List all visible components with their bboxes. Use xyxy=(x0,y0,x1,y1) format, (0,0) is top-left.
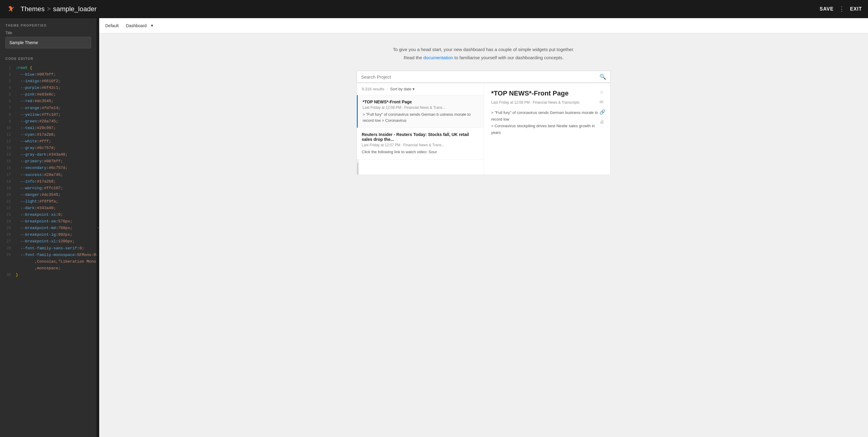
code-line: 7 --orange:#fd7e14; xyxy=(0,105,96,111)
code-line: 10 --teal:#20c997; xyxy=(0,125,96,131)
code-line: 22 --dark:#343a40; xyxy=(0,205,96,211)
search-input[interactable] xyxy=(361,74,599,79)
code-line: 5 --pink:#e83e8c; xyxy=(0,91,96,98)
save-button[interactable]: SAVE xyxy=(819,6,834,12)
tab-default[interactable]: Default xyxy=(105,22,119,29)
detail-actions: ☆ ✉ 🔗 🖨 xyxy=(599,89,606,125)
code-line: 8 --yellow:#ffc107; xyxy=(0,111,96,118)
breadcrumb-root[interactable]: Themes xyxy=(21,5,44,13)
code-editor[interactable]: 1:root {2 --blue:#007bff;3 --indigo:#661… xyxy=(0,62,96,437)
code-line: 11 --cyan:#17a2b8; xyxy=(0,131,96,138)
result1-title: *TOP NEWS*-Front Page xyxy=(363,99,479,104)
code-line: 4 --purple:#6f42c1; xyxy=(0,85,96,91)
result1-excerpt: > "Full fury" of coronavirus sends Germa… xyxy=(363,111,479,123)
code-line: 27 --breakpoint-xl:1200px; xyxy=(0,238,96,245)
topbar-left: Themes > sample_loader xyxy=(6,4,96,14)
code-line: 19 --warning:#ffc107; xyxy=(0,185,96,192)
topbar-right: SAVE ⋮ EXIT xyxy=(819,5,862,13)
code-line: 13 --gray:#6c757d; xyxy=(0,145,96,152)
code-line: 15 --primary:#007bff; xyxy=(0,158,96,165)
star-icon[interactable]: ☆ xyxy=(599,89,606,95)
title-input[interactable] xyxy=(5,37,91,48)
code-line: 14 --gray-dark:#343a40; xyxy=(0,152,96,158)
code-line: 17 --success:#28a745; xyxy=(0,172,96,178)
resize-handle[interactable] xyxy=(97,18,99,437)
breadcrumb: Themes > sample_loader xyxy=(21,5,96,13)
code-line: 26 --breakpoint-lg:992px; xyxy=(0,232,96,238)
code-line: 18 --info:#17a2b8; xyxy=(0,178,96,185)
code-line: 21 --light:#f8f9fa; xyxy=(0,198,96,205)
result-item-2[interactable]: Reuters Insider - Reuters Today: Stocks … xyxy=(357,128,484,160)
more-options-button[interactable]: ⋮ xyxy=(838,5,845,13)
intro-after: to familiarise yourself with our dashboa… xyxy=(453,55,563,60)
right-panel: Default Dashboard ▼ To give you a head s… xyxy=(99,18,868,437)
documentation-link[interactable]: documentation xyxy=(424,55,453,60)
theme-properties-label: THEME PROPERTIES xyxy=(0,18,96,30)
result1-meta: Last Friday at 12:08 PM · Financial News… xyxy=(363,105,479,110)
intro-before: Read the xyxy=(404,55,424,60)
left-panel: THEME PROPERTIES Title CODE EDITOR 1:roo… xyxy=(0,18,97,437)
code-line: 2 --blue:#007bff; xyxy=(0,71,96,78)
preview-content: To give you a head start, your new dashb… xyxy=(99,33,868,437)
results-header: 9,316 results · Sort by date ▾ xyxy=(357,83,484,95)
intro-line1: To give you a head start, your new dashb… xyxy=(393,45,574,54)
link-icon[interactable]: 🔗 xyxy=(599,109,606,115)
result2-excerpt: Click the following link to watch video:… xyxy=(362,149,479,155)
detail-title: *TOP NEWS*-Front Page xyxy=(491,89,604,98)
sort-label: Sort by date xyxy=(390,87,411,91)
preview-topbar: Default Dashboard ▼ xyxy=(99,18,868,33)
results-dot: · xyxy=(386,87,388,91)
code-line: 28 --font-family-sans-serif:0; xyxy=(0,245,96,252)
main-layout: THEME PROPERTIES Title CODE EDITOR 1:roo… xyxy=(0,18,868,437)
detail-meta: Last Friday at 12:08 PM · Financial News… xyxy=(491,100,604,105)
results-scrollbar-thumb xyxy=(357,163,359,175)
search-icon: 🔍 xyxy=(599,73,606,80)
email-icon[interactable]: ✉ xyxy=(599,99,606,105)
detail-excerpt1: > "Full fury" of coronavirus sends Germa… xyxy=(491,109,604,123)
detail-panel: *TOP NEWS*-Front Page Last Friday at 12:… xyxy=(484,83,610,175)
code-line: 6 --red:#dc3545; xyxy=(0,98,96,105)
intro-text: To give you a head start, your new dashb… xyxy=(393,45,574,62)
code-line: 30} xyxy=(0,272,96,278)
code-line: 12 --white:#fff; xyxy=(0,138,96,145)
code-line: 3 --indigo:#6610f2; xyxy=(0,78,96,85)
code-line: 25 --breakpoint-md:768px; xyxy=(0,225,96,232)
sort-dropdown[interactable]: Sort by date ▾ xyxy=(390,87,415,91)
breadcrumb-current: sample_loader xyxy=(53,5,96,13)
search-bar: 🔍 xyxy=(356,71,611,83)
detail-excerpt2: > Coronavirus stockpiling drives best Ne… xyxy=(491,123,604,136)
results-container: 9,316 results · Sort by date ▾ *TOP NEWS… xyxy=(356,83,611,175)
tab-dashboard[interactable]: Dashboard xyxy=(126,22,147,29)
sort-icon: ▾ xyxy=(412,87,415,91)
code-line: 29 --font-family-monospace:SFMono-Regula… xyxy=(0,252,96,272)
print-icon[interactable]: 🖨 xyxy=(599,119,606,125)
results-list: 9,316 results · Sort by date ▾ *TOP NEWS… xyxy=(357,83,484,175)
breadcrumb-separator: > xyxy=(47,5,51,12)
exit-button[interactable]: EXIT xyxy=(850,6,862,12)
logo-icon xyxy=(6,4,17,14)
search-widget: 🔍 9,316 results · Sort by date ▾ xyxy=(356,71,611,175)
title-field-wrapper: Title xyxy=(0,30,96,54)
result2-title: Reuters Insider - Reuters Today: Stocks … xyxy=(362,132,479,142)
results-count: 9,316 results xyxy=(362,87,384,91)
topbar: Themes > sample_loader SAVE ⋮ EXIT xyxy=(0,0,868,18)
result2-meta: Last Friday at 12:07 PM · Financial News… xyxy=(362,143,479,147)
dashboard-dropdown[interactable]: ▼ xyxy=(150,24,154,28)
code-line: 20 --danger:#dc3545; xyxy=(0,192,96,198)
code-editor-section: CODE EDITOR 1:root {2 --blue:#007bff;3 -… xyxy=(0,54,96,437)
title-label: Title xyxy=(5,31,91,35)
code-editor-label: CODE EDITOR xyxy=(0,54,96,62)
code-line: 23 --breakpoint-xs:0; xyxy=(0,211,96,218)
code-line: 24 --breakpoint-sm:576px; xyxy=(0,218,96,225)
intro-line2: Read the documentation to familiarise yo… xyxy=(393,54,574,62)
detail-excerpt: > "Full fury" of coronavirus sends Germa… xyxy=(491,109,604,136)
resize-dot xyxy=(98,227,99,228)
code-line: 1:root { xyxy=(0,65,96,71)
code-line: 16 --secondary:#6c757d; xyxy=(0,165,96,171)
results-scrollbar xyxy=(357,160,359,175)
code-line: 9 --green:#28a745; xyxy=(0,118,96,125)
result-item-1[interactable]: *TOP NEWS*-Front Page Last Friday at 12:… xyxy=(357,95,484,128)
